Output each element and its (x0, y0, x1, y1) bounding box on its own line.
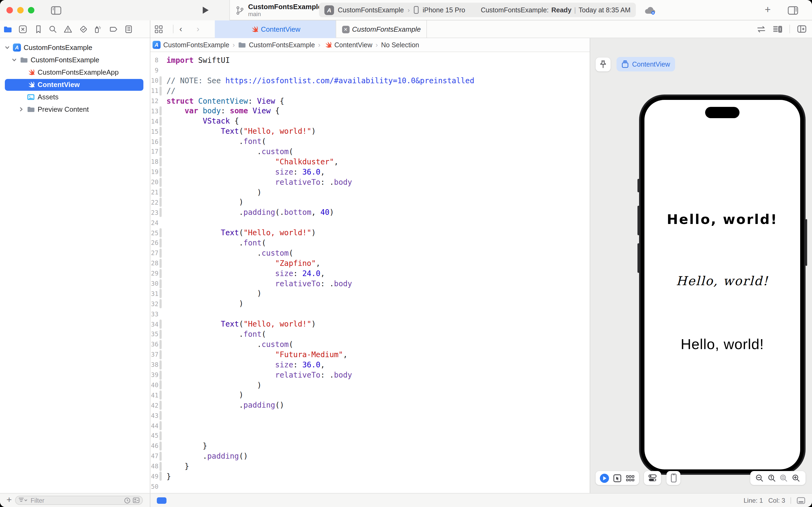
filter-field[interactable] (15, 496, 143, 505)
go-back-button[interactable]: ‹ (179, 23, 182, 35)
add-editor-icon[interactable] (797, 25, 807, 33)
zoom-to-fit-icon[interactable] (779, 473, 789, 483)
code-line-39[interactable]: 39 relativeTo: .body (151, 370, 590, 380)
breadcrumb[interactable]: ContentView (334, 41, 372, 49)
code-line-48[interactable]: 48 } (151, 461, 590, 471)
add-file-button[interactable]: + (6, 495, 12, 505)
code-line-29[interactable]: 29 size: 24.0, (151, 268, 590, 278)
code-line-45[interactable]: 45 (151, 431, 590, 441)
code-line-21[interactable]: 21 ) (151, 187, 590, 198)
code-line-46[interactable]: 46 } (151, 441, 590, 451)
window-close-button[interactable] (6, 7, 13, 13)
code-line-43[interactable]: 43 (151, 410, 590, 420)
jump-bar[interactable]: ACustomFontsExample›CustomFontsExample›C… (151, 38, 590, 52)
code-line-30[interactable]: 30 relativeTo: .body (151, 278, 590, 289)
breadcrumb[interactable]: CustomFontsExample (163, 41, 229, 49)
variants-mode-button[interactable] (625, 473, 635, 483)
source-editor[interactable]: 8import SwiftUI910// NOTE: See https://i… (151, 52, 590, 493)
sidebar-item-preview-content[interactable]: Preview Content (0, 103, 150, 115)
code-line-9[interactable]: 9 (151, 65, 590, 76)
code-line-42[interactable]: 42 .padding() (151, 400, 590, 410)
go-forward-button[interactable]: › (196, 23, 199, 35)
disclosure-open-icon[interactable] (4, 45, 10, 51)
run-button[interactable] (201, 6, 210, 14)
code-line-23[interactable]: 23 .padding(.bottom, 40) (151, 208, 590, 218)
scheme-device[interactable]: iPhone 15 Pro (423, 6, 465, 14)
code-line-26[interactable]: 26 .font( (151, 238, 590, 248)
code-line-27[interactable]: 27 .custom( (151, 248, 590, 258)
sidebar-item-assets[interactable]: Assets (0, 91, 150, 103)
code-line-12[interactable]: 12struct ContentView: View { (151, 96, 590, 106)
code-line-50[interactable]: 50 (151, 482, 590, 492)
issue-navigator-icon[interactable] (63, 25, 72, 34)
scheme-selector[interactable]: A CustomFontsExample › iPhone 15 Pro Cus… (319, 3, 636, 17)
preview-tab-chip[interactable]: ContentView (617, 57, 675, 71)
code-line-25[interactable]: 25 Text("Hello, world!") (151, 228, 590, 238)
toggle-navigator-icon[interactable] (51, 5, 62, 15)
selectable-mode-button[interactable] (613, 473, 622, 483)
code-line-18[interactable]: 18 "Chalkduster", (151, 157, 590, 167)
toggle-inspector-icon[interactable] (787, 6, 799, 15)
breadcrumb[interactable]: No Selection (381, 41, 419, 49)
editor-layout-icon[interactable] (797, 497, 806, 504)
code-line-41[interactable]: 41 ) (151, 390, 590, 400)
code-line-49[interactable]: 49} (151, 471, 590, 482)
tab-customfontsexample[interactable]: ✕ CustomFontsExample (336, 20, 427, 38)
debug-navigator-icon[interactable] (93, 25, 102, 34)
focus-mode-chip[interactable] (157, 497, 167, 504)
code-line-20[interactable]: 20 relativeTo: .body (151, 177, 590, 187)
code-line-15[interactable]: 15 Text("Hello, world!") (151, 126, 590, 136)
disclosure-open-icon[interactable] (11, 57, 17, 63)
code-line-37[interactable]: 37 "Futura-Medium", (151, 350, 590, 360)
code-line-35[interactable]: 35 .font( (151, 329, 590, 339)
find-navigator-icon[interactable] (48, 25, 57, 34)
code-line-19[interactable]: 19 size: 36.0, (151, 167, 590, 177)
code-line-11[interactable]: 11// (151, 86, 590, 96)
test-navigator-icon[interactable] (79, 25, 88, 34)
code-line-16[interactable]: 16 .font( (151, 136, 590, 147)
zoom-out-icon[interactable] (755, 473, 764, 483)
sidebar-item-contentview[interactable]: ContentView (0, 78, 150, 91)
code-line-8[interactable]: 8import SwiftUI (151, 55, 590, 65)
zoom-in-icon[interactable] (792, 473, 801, 483)
sidebar-item-customfontsexample[interactable]: CustomFontsExample (0, 54, 150, 66)
code-line-34[interactable]: 34 Text("Hello, world!") (151, 319, 590, 329)
preview-on-device-button[interactable] (666, 471, 681, 485)
recent-files-icon[interactable] (124, 497, 130, 504)
window-zoom-button[interactable] (28, 7, 35, 13)
window-minimize-button[interactable] (17, 7, 23, 13)
code-line-10[interactable]: 10// NOTE: See https://iosfontlist.com/#… (151, 76, 590, 86)
code-line-31[interactable]: 31 ) (151, 289, 590, 299)
code-line-36[interactable]: 36 .custom( (151, 339, 590, 350)
related-items-icon[interactable] (155, 25, 163, 33)
bookmark-navigator-icon[interactable] (34, 25, 43, 34)
project-navigator-icon[interactable] (3, 25, 12, 34)
sidebar-item-customfontsexampleapp[interactable]: CustomFontsExampleApp (0, 66, 150, 78)
code-line-24[interactable]: 24 (151, 218, 590, 228)
device-settings-button[interactable] (644, 471, 661, 485)
code-line-17[interactable]: 17 .custom( (151, 147, 590, 157)
report-navigator-icon[interactable] (124, 25, 133, 34)
code-line-44[interactable]: 44 (151, 420, 590, 431)
tab-contentview[interactable]: ContentView (215, 20, 336, 38)
breakpoint-navigator-icon[interactable] (109, 25, 118, 34)
sidebar-item-customfontsexample[interactable]: ACustomFontsExample (0, 41, 150, 54)
code-line-47[interactable]: 47 .padding() (151, 451, 590, 461)
code-line-38[interactable]: 38 size: 36.0, (151, 359, 590, 370)
code-line-14[interactable]: 14 VStack { (151, 116, 590, 126)
adjust-editor-icon[interactable] (757, 25, 766, 33)
editor-options-icon[interactable] (773, 25, 782, 33)
code-line-22[interactable]: 22 ) (151, 198, 590, 208)
add-tab-button[interactable]: + (765, 4, 771, 15)
code-line-13[interactable]: 13 var body: some View { (151, 106, 590, 116)
scheme-project[interactable]: CustomFontsExample (338, 6, 404, 14)
sccm-status-icon[interactable] (133, 497, 139, 503)
code-line-32[interactable]: 32 ) (151, 299, 590, 309)
pin-preview-button[interactable] (595, 57, 611, 71)
zoom-actual-size-icon[interactable] (767, 473, 776, 483)
disclosure-closed-icon[interactable] (18, 106, 24, 112)
filter-input[interactable] (30, 497, 122, 504)
breadcrumb[interactable]: CustomFontsExample (249, 41, 315, 49)
iphone-screen[interactable]: Hello, world!Hello, world!Hello, world! (644, 100, 800, 469)
live-preview-button[interactable] (600, 473, 609, 483)
